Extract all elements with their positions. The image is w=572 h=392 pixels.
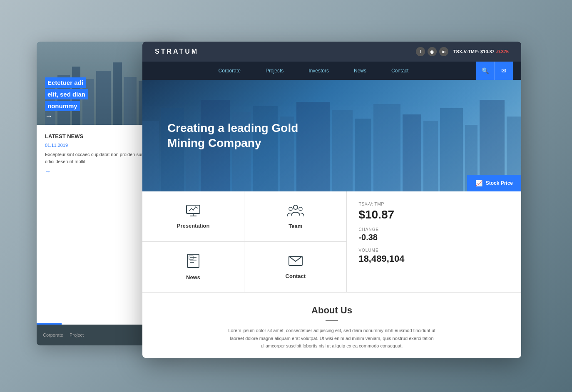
stock-price-tab-label: Stock Price — [486, 180, 513, 186]
svg-point-31 — [289, 207, 292, 211]
nav-news[interactable]: News — [341, 62, 379, 80]
mail-button[interactable]: ✉ — [495, 62, 513, 80]
news-icon — [187, 253, 200, 270]
social-icons: f ◉ in — [416, 47, 448, 56]
highlight-line-3: nonummy — [45, 101, 80, 111]
change-label: CHANGE — [358, 227, 510, 232]
highlight-line-2: elit, sed dian — [45, 89, 88, 99]
svg-rect-27 — [187, 205, 200, 213]
feature-news[interactable]: News — [142, 242, 244, 292]
volume-value: 18,489,104 — [358, 253, 510, 264]
svg-point-30 — [293, 205, 298, 209]
highlight-line-1: Ectetuer adi — [45, 77, 86, 88]
main-website-card: STRATUM f ◉ in TSX-V:TMP: $10.87 -0.375 … — [142, 42, 521, 358]
site-logo: STRATUM — [155, 48, 199, 55]
hero-section: Creating a leading Gold Mining Company 📈… — [142, 80, 521, 191]
change-value: -0.38 — [358, 233, 510, 242]
stock-ticker-label: TSX-V:TMP: — [453, 49, 479, 54]
hero-title: Creating a leading Gold Mining Company — [167, 121, 326, 151]
svg-point-32 — [299, 207, 302, 211]
feature-presentation-label: Presentation — [177, 223, 210, 229]
chart-icon: 📈 — [475, 180, 482, 186]
bg-card-arrow-icon[interactable]: → — [45, 112, 52, 121]
feature-grid: Presentation Team — [142, 191, 347, 292]
hero-content: Creating a leading Gold Mining Company — [167, 121, 326, 151]
facebook-icon[interactable]: f — [416, 47, 425, 56]
stock-ticker: TSX-V: TMP — [358, 201, 510, 206]
feature-news-label: News — [186, 274, 200, 280]
nav-projects[interactable]: Projects — [253, 62, 296, 80]
nav-investors[interactable]: Investors — [296, 62, 341, 80]
feature-team[interactable]: Team — [244, 191, 346, 242]
topbar-right: f ◉ in TSX-V:TMP: $10.87 -0.375 — [416, 47, 509, 56]
volume-label: VOLUME — [358, 248, 510, 253]
presentation-icon — [186, 204, 201, 218]
footer-item-projects[interactable]: Project — [70, 332, 84, 337]
team-icon — [287, 204, 304, 219]
linkedin-icon[interactable]: in — [439, 47, 448, 56]
topbar: STRATUM f ◉ in TSX-V:TMP: $10.87 -0.375 — [142, 42, 521, 62]
contact-icon — [288, 255, 303, 269]
stock-change-topbar: -0.375 — [496, 49, 509, 54]
stock-panel: TSX-V: TMP $10.87 CHANGE -0.38 VOLUME 18… — [347, 191, 521, 292]
search-button[interactable]: 🔍 — [476, 62, 495, 80]
nav-actions: 🔍 ✉ — [476, 62, 513, 80]
stock-price-value: $10.87 — [358, 208, 510, 221]
nav-links: Corporate Projects Investors News Contac… — [151, 62, 476, 80]
nav-contact[interactable]: Contact — [379, 62, 421, 80]
stock-price-topbar: $10.87 — [480, 49, 495, 54]
features-stock-row: Presentation Team — [142, 191, 521, 293]
navbar: Corporate Projects Investors News Contac… — [142, 62, 521, 80]
about-divider — [326, 320, 338, 321]
about-section: About Us Lorem ipsum dolor sit amet, con… — [142, 293, 521, 358]
feature-contact-label: Contact — [286, 273, 306, 279]
feature-team-label: Team — [288, 223, 302, 229]
about-title: About Us — [159, 305, 505, 316]
nav-corporate[interactable]: Corporate — [206, 62, 253, 80]
topbar-stock-info: TSX-V:TMP: $10.87 -0.375 — [453, 49, 509, 54]
feature-presentation[interactable]: Presentation — [142, 191, 244, 242]
stock-price-tab[interactable]: 📈 Stock Price — [467, 175, 521, 191]
about-text: Lorem ipsum dolor sit amet, consectetuer… — [228, 327, 436, 350]
footer-item-corporate[interactable]: Corporate — [43, 332, 63, 337]
instagram-icon[interactable]: ◉ — [428, 47, 437, 56]
feature-contact[interactable]: Contact — [244, 242, 346, 292]
footer-accent-bar — [37, 323, 62, 325]
